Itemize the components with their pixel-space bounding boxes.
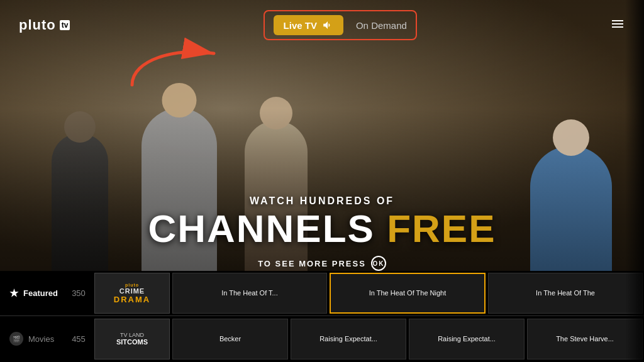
card-1-text: In The Heat Of T... <box>221 288 277 297</box>
movies-label: 🎬 Movies <box>0 332 63 346</box>
ok-button-indicator: OK <box>371 256 386 271</box>
featured-channel-num: 350 <box>63 288 94 298</box>
pluto-small-text: pluto <box>114 283 150 287</box>
bottom-content: ★ Featured 350 pluto CRIME DRAMA In The … <box>0 271 644 362</box>
raising-1-text: Raising Expectat... <box>319 334 377 343</box>
card-3-text: In The Heat Of The <box>536 288 595 297</box>
press-text: TO SEE MORE PRESS <box>258 259 366 268</box>
movies-card-2[interactable]: Raising Expectat... <box>291 319 406 359</box>
movies-icon: 🎬 <box>9 332 23 346</box>
crime-drama-thumb[interactable]: pluto CRIME DRAMA <box>94 273 170 314</box>
live-tv-button[interactable]: Live TV <box>274 15 343 35</box>
nav-toggle-box: Live TV On Demand <box>264 10 417 40</box>
movies-card-3[interactable]: Raising Expectat... <box>409 319 525 359</box>
logo: pluto tv <box>19 17 70 33</box>
live-tv-label: Live TV <box>284 20 317 31</box>
featured-row: ★ Featured 350 pluto CRIME DRAMA In The … <box>0 271 644 316</box>
logo-tv-badge: tv <box>60 20 70 30</box>
logo-pluto: pluto <box>19 17 56 33</box>
channel-card-1[interactable]: In The Heat Of T... <box>172 273 327 314</box>
hero-subtitle: WATCH HUNDREDS OF <box>0 195 644 207</box>
hero-title-channels: CHANNELS <box>148 207 374 250</box>
on-demand-label: On Demand <box>356 20 407 31</box>
movies-text: Movies <box>28 334 54 344</box>
raising-2-text: Raising Expectat... <box>438 334 496 343</box>
featured-label: ★ Featured <box>0 287 63 299</box>
drama-text: DRAMA <box>114 295 150 304</box>
red-arrow <box>113 35 239 91</box>
crime-text: CRIME <box>114 287 150 295</box>
on-demand-button[interactable]: On Demand <box>356 20 407 31</box>
becker-text: Becker <box>219 334 241 343</box>
steve-harvey-text: The Steve Harve... <box>556 334 614 343</box>
hero-title-free: FREE <box>387 207 496 250</box>
tv-land-text: TV LAND <box>116 332 148 338</box>
channel-card-2-highlighted[interactable]: In The Heat Of The Night <box>330 273 486 314</box>
sitcoms-text: SITCOMS <box>116 338 148 346</box>
hero-text-block: WATCH HUNDREDS OF CHANNELS FREE TO SEE M… <box>0 195 644 271</box>
speaker-icon <box>322 19 333 31</box>
tv-sitcoms-thumb[interactable]: TV LAND SITCOMS <box>94 319 170 359</box>
star-icon: ★ <box>9 287 18 299</box>
movies-row: 🎬 Movies 455 TV LAND SITCOMS Becker Rais… <box>0 316 644 361</box>
ok-label: OK <box>372 260 384 267</box>
featured-text: Featured <box>23 288 58 298</box>
movies-card-4[interactable]: The Steve Harve... <box>527 319 643 359</box>
card-2-text: In The Heat Of The Night <box>369 288 447 297</box>
logo-text: pluto <box>19 17 56 33</box>
channel-card-3[interactable]: In The Heat Of The <box>488 273 643 314</box>
movies-channel-num: 455 <box>63 334 94 344</box>
header: pluto tv Live TV On Demand <box>0 0 644 50</box>
hero-title: CHANNELS FREE <box>0 209 644 248</box>
movies-card-1[interactable]: Becker <box>172 319 288 359</box>
settings-icon[interactable] <box>610 16 625 35</box>
hero-press-prompt: TO SEE MORE PRESS OK <box>0 256 644 271</box>
